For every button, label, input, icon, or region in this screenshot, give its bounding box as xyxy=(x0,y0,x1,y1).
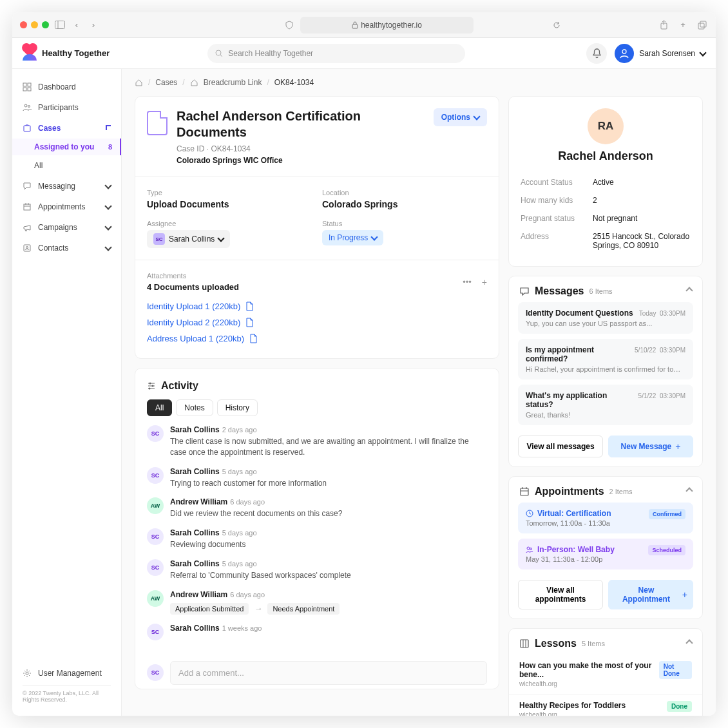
svg-rect-5 xyxy=(700,21,706,27)
calendar-icon xyxy=(519,486,530,497)
sidebar-item-cases[interactable]: Cases xyxy=(12,118,121,139)
sidebar-item-participants[interactable]: Participants xyxy=(12,97,121,118)
lesson-status-badge: Done xyxy=(667,701,692,712)
sidebar-item-contacts[interactable]: Contacts xyxy=(12,238,121,258)
tabs-icon[interactable] xyxy=(696,19,708,31)
message-date: 5/1/22 03:30PM xyxy=(638,392,685,399)
search-input[interactable]: Search Healthy Together xyxy=(207,44,465,63)
view-all-appointments-button[interactable]: View all appointments xyxy=(518,580,603,609)
lesson-item[interactable]: Healthy Recipes for Toddlers wichealth.o… xyxy=(509,694,702,716)
type-value: Upload Documents xyxy=(147,199,312,209)
breadcrumb-link[interactable]: Breadcrumb Link xyxy=(204,78,262,87)
activity-author: Sarah Collins xyxy=(170,528,220,537)
shield-icon[interactable] xyxy=(283,19,295,31)
activity-time: 5 days ago xyxy=(222,468,257,475)
message-item[interactable]: Identity Document Questions Today 03:30P… xyxy=(518,302,693,334)
close-window-icon[interactable] xyxy=(20,21,27,28)
appointment-item[interactable]: Virtual: Certification Tomorrow, 11:00a … xyxy=(518,503,693,533)
sidebar-item-dashboard[interactable]: Dashboard xyxy=(12,77,121,97)
appointment-item[interactable]: In-Person: Well Baby May 31, 11:30a - 12… xyxy=(518,539,693,570)
sidebar-subitem-all[interactable]: All xyxy=(12,155,121,176)
sidebar-subitem-assigned[interactable]: Assigned to you 8 xyxy=(12,139,121,155)
activity-time: 5 days ago xyxy=(222,529,257,537)
sidebar-item-messaging[interactable]: Messaging xyxy=(12,176,121,196)
info-value: 2 xyxy=(593,196,691,205)
new-tab-icon[interactable]: + xyxy=(677,19,689,31)
url-bar[interactable]: healthytogether.io xyxy=(300,17,474,34)
back-icon[interactable]: ‹ xyxy=(71,19,82,31)
activity-author: Sarah Collins xyxy=(170,559,220,568)
appointment-title: Virtual: Certification xyxy=(526,509,611,518)
breadcrumb-cases[interactable]: Cases xyxy=(155,78,177,87)
new-message-button[interactable]: New Message + xyxy=(608,436,693,457)
activity-tag: Application Submitted xyxy=(170,603,249,615)
sidebar-item-appointments[interactable]: Appointments xyxy=(12,196,121,217)
reload-icon[interactable] xyxy=(553,21,560,29)
message-item[interactable]: What's my application status? 5/1/22 03:… xyxy=(518,385,693,425)
options-button[interactable]: Options xyxy=(434,108,487,126)
attachment-link[interactable]: Identity Upload 2 (220kb) xyxy=(147,314,487,330)
notifications-button[interactable] xyxy=(586,43,607,64)
message-item[interactable]: Is my appointment confirmed? 5/10/22 03:… xyxy=(518,339,693,379)
comment-avatar: SC xyxy=(147,664,164,681)
svg-rect-9 xyxy=(23,83,26,86)
appointment-time: Tomorrow, 11:00a - 11:30a xyxy=(526,519,611,527)
logo[interactable]: Healthy Together xyxy=(23,46,110,61)
button-label: New Message xyxy=(621,442,672,451)
messages-icon xyxy=(519,286,530,296)
view-all-messages-button[interactable]: View all messages xyxy=(518,436,603,457)
share-icon[interactable] xyxy=(658,19,669,31)
sidebar-item-campaigns[interactable]: Campaigns xyxy=(12,217,121,238)
tab-all[interactable]: All xyxy=(147,399,172,416)
new-appointment-button[interactable]: New Appointment + xyxy=(608,580,693,609)
chevron-down-icon xyxy=(104,223,111,230)
collapse-button[interactable] xyxy=(687,639,692,649)
chevron-down-icon xyxy=(218,235,225,242)
svg-point-6 xyxy=(216,50,221,55)
plus-icon: + xyxy=(682,589,687,600)
profile-info-row: Account StatusActive xyxy=(521,173,691,191)
chevron-down-icon xyxy=(104,244,111,251)
svg-line-7 xyxy=(220,55,222,57)
breadcrumb-current: OK84-1034 xyxy=(274,78,314,87)
activity-time: 6 days ago xyxy=(230,498,265,506)
sidebar-item-label: All xyxy=(34,161,43,170)
lesson-source: wichealth.org xyxy=(519,711,626,716)
minimize-window-icon[interactable] xyxy=(31,21,38,28)
svg-rect-11 xyxy=(23,88,26,91)
forward-icon[interactable]: › xyxy=(88,19,99,31)
attachment-link[interactable]: Address Upload 1 (220kb) xyxy=(147,330,487,347)
status-chip[interactable]: In Progress xyxy=(322,230,383,245)
activity-body: Did we review the recent documents on th… xyxy=(170,508,487,519)
user-avatar-icon xyxy=(615,44,634,63)
location-value: Colorado Springs xyxy=(322,199,487,209)
profile-avatar: RA xyxy=(588,108,624,144)
sidebar-toggle-icon[interactable] xyxy=(54,19,66,31)
svg-rect-2 xyxy=(352,24,358,28)
activity-avatar: SC xyxy=(147,559,164,576)
activity-author: Andrew William xyxy=(170,497,227,506)
lesson-item[interactable]: How can you make the most of your bene..… xyxy=(509,655,702,694)
collapse-button[interactable] xyxy=(687,287,692,296)
maximize-window-icon[interactable] xyxy=(42,21,49,28)
tab-notes[interactable]: Notes xyxy=(176,399,213,416)
file-icon xyxy=(245,302,254,311)
more-icon[interactable]: ••• xyxy=(463,277,472,287)
activity-author: Sarah Collins xyxy=(170,467,220,476)
assignee-chip[interactable]: SC Sarah Collins xyxy=(147,230,230,248)
tab-history[interactable]: History xyxy=(217,399,258,416)
attachment-link[interactable]: Identity Upload 1 (220kb) xyxy=(147,298,487,314)
svg-point-28 xyxy=(149,388,151,390)
sidebar-item-user-management[interactable]: User Management xyxy=(23,665,111,682)
svg-rect-4 xyxy=(698,23,704,29)
svg-point-27 xyxy=(152,385,154,387)
add-attachment-button[interactable]: + xyxy=(482,277,487,287)
home-icon[interactable] xyxy=(135,79,143,87)
user-menu[interactable]: Sarah Sorensen xyxy=(615,44,705,63)
chevron-down-icon xyxy=(104,182,111,189)
collapse-button[interactable] xyxy=(687,487,692,497)
info-key: Address xyxy=(521,232,585,250)
comment-input[interactable]: Add a comment... xyxy=(170,661,487,685)
info-value: Active xyxy=(593,178,691,187)
profile-info-row: Address2515 Hancock St., Colorado Spring… xyxy=(521,227,691,254)
